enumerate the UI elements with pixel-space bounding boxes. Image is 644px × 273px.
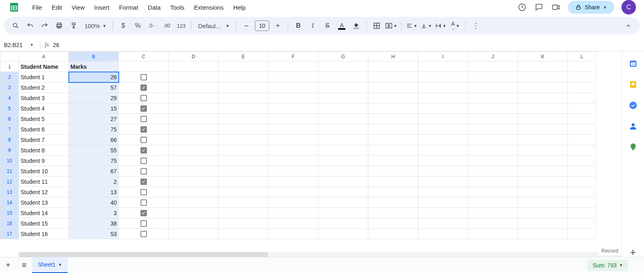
cell[interactable] [418, 103, 468, 114]
cell[interactable] [318, 135, 368, 145]
cell[interactable] [368, 62, 418, 72]
cell[interactable] [268, 218, 318, 229]
cell[interactable] [468, 124, 518, 135]
cell[interactable]: Student 3 [19, 93, 69, 103]
cell[interactable] [169, 229, 219, 239]
cell[interactable]: Student 15 [19, 218, 69, 229]
cell[interactable] [219, 103, 268, 114]
cell[interactable]: 53 [69, 229, 119, 239]
cell[interactable] [368, 229, 418, 239]
horizontal-scrollbar-track[interactable] [19, 252, 638, 257]
cell[interactable]: Student 4 [19, 103, 69, 114]
column-header[interactable]: A [19, 52, 69, 62]
cell[interactable] [518, 187, 568, 197]
cell[interactable]: Student Name [19, 62, 69, 72]
contacts-icon[interactable] [628, 121, 638, 131]
cell[interactable] [568, 229, 596, 239]
cell[interactable] [119, 135, 169, 145]
cell[interactable]: Student 10 [19, 166, 69, 177]
column-header[interactable]: F [268, 52, 318, 62]
cell[interactable] [468, 156, 518, 166]
column-header[interactable]: K [518, 52, 568, 62]
undo-icon[interactable] [24, 20, 36, 32]
cell[interactable] [268, 145, 318, 156]
cell[interactable] [368, 124, 418, 135]
cell[interactable] [418, 197, 468, 208]
formula-input[interactable]: 26 [53, 42, 644, 48]
cell[interactable] [318, 114, 368, 124]
row-header[interactable]: 1 [0, 62, 19, 72]
paint-format-icon[interactable] [68, 20, 80, 32]
cell[interactable] [268, 103, 318, 114]
more-toolbar-icon[interactable]: ⋮ [470, 20, 482, 32]
cell[interactable] [169, 135, 219, 145]
cell[interactable] [518, 145, 568, 156]
cell[interactable] [318, 145, 368, 156]
cell[interactable] [418, 145, 468, 156]
cell[interactable]: 13 [69, 187, 119, 197]
cell[interactable] [518, 156, 568, 166]
column-header[interactable]: E [219, 52, 268, 62]
cell[interactable] [219, 177, 268, 187]
menu-tools[interactable]: Tools [166, 2, 188, 12]
cell[interactable]: Student 9 [19, 156, 69, 166]
cell[interactable]: 57 [69, 82, 119, 93]
row-header[interactable]: 5 [0, 103, 19, 114]
checkbox[interactable] [140, 220, 147, 227]
cell[interactable] [268, 93, 318, 103]
sheet-tab[interactable]: Sheet1▼ [32, 257, 68, 273]
cell[interactable]: 29 [69, 93, 119, 103]
sheets-logo-icon[interactable] [8, 1, 20, 13]
cell[interactable] [468, 187, 518, 197]
cell[interactable] [418, 208, 468, 218]
cell[interactable] [568, 103, 596, 114]
collapse-toolbar-icon[interactable] [622, 20, 634, 32]
font-size-input[interactable]: 10 [255, 21, 269, 31]
vertical-align-icon[interactable]: ▼ [420, 20, 432, 32]
calendar-icon[interactable]: 31 [628, 59, 638, 68]
select-all-corner[interactable] [0, 52, 19, 62]
cell[interactable] [368, 135, 418, 145]
cell[interactable] [568, 72, 596, 82]
cell[interactable] [368, 166, 418, 177]
cell[interactable] [568, 208, 596, 218]
cell[interactable] [219, 72, 268, 82]
row-header[interactable]: 11 [0, 166, 19, 177]
cell[interactable] [518, 124, 568, 135]
cell[interactable] [169, 62, 219, 72]
cell[interactable] [468, 103, 518, 114]
maps-icon[interactable] [628, 142, 638, 152]
checkbox[interactable] [140, 147, 147, 154]
checkbox[interactable] [140, 95, 147, 101]
menu-format[interactable]: Format [115, 2, 142, 12]
cell[interactable] [568, 135, 596, 145]
cell[interactable] [418, 93, 468, 103]
cell[interactable] [219, 166, 268, 177]
add-sheet-icon[interactable]: + [0, 257, 16, 273]
cell[interactable] [468, 93, 518, 103]
cell[interactable]: 38 [69, 218, 119, 229]
cell[interactable] [268, 135, 318, 145]
checkbox[interactable] [140, 179, 147, 185]
bold-icon[interactable]: B [292, 20, 304, 32]
cell[interactable] [568, 197, 596, 208]
cell[interactable] [219, 114, 268, 124]
cell[interactable] [318, 62, 368, 72]
cell[interactable] [468, 229, 518, 239]
cell[interactable] [418, 218, 468, 229]
cell[interactable] [518, 229, 568, 239]
cell[interactable] [119, 197, 169, 208]
decrease-font-icon[interactable]: − [240, 20, 252, 32]
record-button[interactable]: Record [598, 246, 621, 255]
cell[interactable] [518, 103, 568, 114]
checkbox[interactable] [140, 231, 147, 237]
cell[interactable] [169, 114, 219, 124]
cell[interactable] [169, 145, 219, 156]
cell[interactable] [169, 93, 219, 103]
menu-extensions[interactable]: Extensions [190, 2, 227, 12]
cell[interactable] [468, 177, 518, 187]
text-wrap-icon[interactable]: ▼ [435, 20, 447, 32]
cell[interactable] [368, 82, 418, 93]
cell[interactable] [418, 114, 468, 124]
cell[interactable] [268, 187, 318, 197]
